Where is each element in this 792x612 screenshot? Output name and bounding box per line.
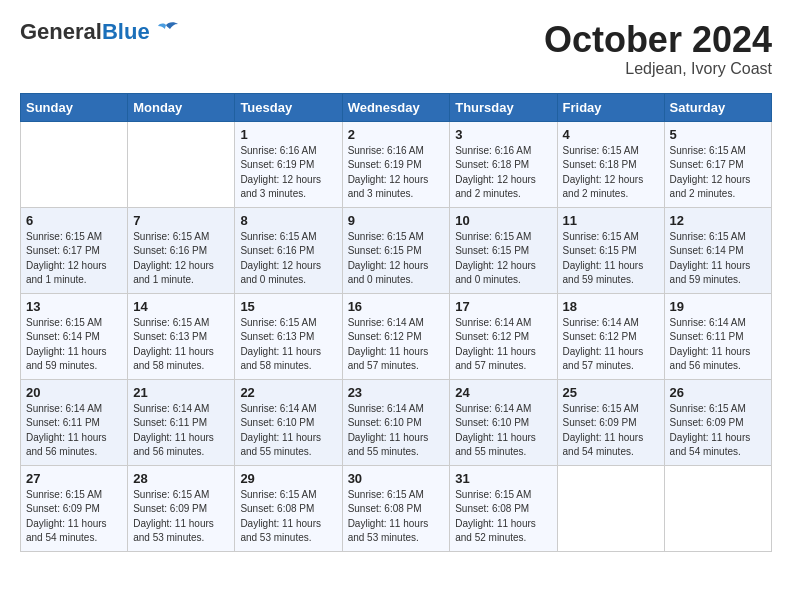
calendar-day-cell (664, 465, 771, 551)
calendar-day-cell: 31Sunrise: 6:15 AM Sunset: 6:08 PM Dayli… (450, 465, 557, 551)
calendar-header-row: SundayMondayTuesdayWednesdayThursdayFrid… (21, 93, 772, 121)
calendar-day-cell: 8Sunrise: 6:15 AM Sunset: 6:16 PM Daylig… (235, 207, 342, 293)
calendar-day-cell: 15Sunrise: 6:15 AM Sunset: 6:13 PM Dayli… (235, 293, 342, 379)
calendar-day-cell: 2Sunrise: 6:16 AM Sunset: 6:19 PM Daylig… (342, 121, 450, 207)
calendar-day-cell: 28Sunrise: 6:15 AM Sunset: 6:09 PM Dayli… (128, 465, 235, 551)
calendar-week-row: 13Sunrise: 6:15 AM Sunset: 6:14 PM Dayli… (21, 293, 772, 379)
calendar-day-cell: 27Sunrise: 6:15 AM Sunset: 6:09 PM Dayli… (21, 465, 128, 551)
calendar-day-cell: 7Sunrise: 6:15 AM Sunset: 6:16 PM Daylig… (128, 207, 235, 293)
calendar-header-cell: Wednesday (342, 93, 450, 121)
day-number: 19 (670, 299, 766, 314)
day-info: Sunrise: 6:15 AM Sunset: 6:13 PM Dayligh… (240, 316, 336, 374)
calendar-day-cell: 5Sunrise: 6:15 AM Sunset: 6:17 PM Daylig… (664, 121, 771, 207)
calendar-title: October 2024 (544, 20, 772, 60)
day-number: 11 (563, 213, 659, 228)
day-info: Sunrise: 6:15 AM Sunset: 6:09 PM Dayligh… (563, 402, 659, 460)
day-number: 3 (455, 127, 551, 142)
day-info: Sunrise: 6:16 AM Sunset: 6:19 PM Dayligh… (240, 144, 336, 202)
day-number: 1 (240, 127, 336, 142)
day-info: Sunrise: 6:14 AM Sunset: 6:11 PM Dayligh… (26, 402, 122, 460)
calendar-day-cell: 29Sunrise: 6:15 AM Sunset: 6:08 PM Dayli… (235, 465, 342, 551)
logo-bird-icon (152, 21, 180, 43)
day-info: Sunrise: 6:14 AM Sunset: 6:10 PM Dayligh… (240, 402, 336, 460)
day-info: Sunrise: 6:14 AM Sunset: 6:11 PM Dayligh… (133, 402, 229, 460)
page-header: GeneralBlue October 2024 Ledjean, Ivory … (20, 20, 772, 78)
calendar-day-cell: 11Sunrise: 6:15 AM Sunset: 6:15 PM Dayli… (557, 207, 664, 293)
calendar-day-cell: 23Sunrise: 6:14 AM Sunset: 6:10 PM Dayli… (342, 379, 450, 465)
day-number: 8 (240, 213, 336, 228)
calendar-day-cell: 4Sunrise: 6:15 AM Sunset: 6:18 PM Daylig… (557, 121, 664, 207)
calendar-week-row: 1Sunrise: 6:16 AM Sunset: 6:19 PM Daylig… (21, 121, 772, 207)
day-number: 15 (240, 299, 336, 314)
calendar-day-cell: 21Sunrise: 6:14 AM Sunset: 6:11 PM Dayli… (128, 379, 235, 465)
day-info: Sunrise: 6:15 AM Sunset: 6:15 PM Dayligh… (348, 230, 445, 288)
day-info: Sunrise: 6:15 AM Sunset: 6:16 PM Dayligh… (240, 230, 336, 288)
calendar-day-cell: 24Sunrise: 6:14 AM Sunset: 6:10 PM Dayli… (450, 379, 557, 465)
day-number: 23 (348, 385, 445, 400)
day-info: Sunrise: 6:15 AM Sunset: 6:08 PM Dayligh… (348, 488, 445, 546)
calendar-day-cell: 3Sunrise: 6:16 AM Sunset: 6:18 PM Daylig… (450, 121, 557, 207)
day-info: Sunrise: 6:15 AM Sunset: 6:17 PM Dayligh… (26, 230, 122, 288)
calendar-day-cell: 17Sunrise: 6:14 AM Sunset: 6:12 PM Dayli… (450, 293, 557, 379)
title-block: October 2024 Ledjean, Ivory Coast (544, 20, 772, 78)
day-number: 21 (133, 385, 229, 400)
calendar-day-cell (128, 121, 235, 207)
day-info: Sunrise: 6:15 AM Sunset: 6:14 PM Dayligh… (26, 316, 122, 374)
calendar-day-cell: 10Sunrise: 6:15 AM Sunset: 6:15 PM Dayli… (450, 207, 557, 293)
day-number: 7 (133, 213, 229, 228)
day-number: 14 (133, 299, 229, 314)
day-info: Sunrise: 6:15 AM Sunset: 6:13 PM Dayligh… (133, 316, 229, 374)
day-number: 10 (455, 213, 551, 228)
day-number: 18 (563, 299, 659, 314)
day-number: 17 (455, 299, 551, 314)
calendar-day-cell: 12Sunrise: 6:15 AM Sunset: 6:14 PM Dayli… (664, 207, 771, 293)
calendar-week-row: 27Sunrise: 6:15 AM Sunset: 6:09 PM Dayli… (21, 465, 772, 551)
calendar-day-cell: 26Sunrise: 6:15 AM Sunset: 6:09 PM Dayli… (664, 379, 771, 465)
calendar-header-cell: Friday (557, 93, 664, 121)
day-number: 28 (133, 471, 229, 486)
day-number: 16 (348, 299, 445, 314)
calendar-day-cell (557, 465, 664, 551)
day-number: 5 (670, 127, 766, 142)
calendar-week-row: 6Sunrise: 6:15 AM Sunset: 6:17 PM Daylig… (21, 207, 772, 293)
day-info: Sunrise: 6:14 AM Sunset: 6:10 PM Dayligh… (348, 402, 445, 460)
day-number: 24 (455, 385, 551, 400)
day-info: Sunrise: 6:15 AM Sunset: 6:16 PM Dayligh… (133, 230, 229, 288)
calendar-week-row: 20Sunrise: 6:14 AM Sunset: 6:11 PM Dayli… (21, 379, 772, 465)
day-info: Sunrise: 6:16 AM Sunset: 6:19 PM Dayligh… (348, 144, 445, 202)
calendar-day-cell: 6Sunrise: 6:15 AM Sunset: 6:17 PM Daylig… (21, 207, 128, 293)
day-number: 30 (348, 471, 445, 486)
calendar-day-cell: 14Sunrise: 6:15 AM Sunset: 6:13 PM Dayli… (128, 293, 235, 379)
logo: GeneralBlue (20, 20, 180, 44)
calendar-day-cell (21, 121, 128, 207)
logo-text: GeneralBlue (20, 20, 150, 44)
calendar-day-cell: 20Sunrise: 6:14 AM Sunset: 6:11 PM Dayli… (21, 379, 128, 465)
calendar-day-cell: 30Sunrise: 6:15 AM Sunset: 6:08 PM Dayli… (342, 465, 450, 551)
day-info: Sunrise: 6:14 AM Sunset: 6:12 PM Dayligh… (455, 316, 551, 374)
day-info: Sunrise: 6:15 AM Sunset: 6:08 PM Dayligh… (455, 488, 551, 546)
day-info: Sunrise: 6:15 AM Sunset: 6:15 PM Dayligh… (455, 230, 551, 288)
day-number: 27 (26, 471, 122, 486)
day-info: Sunrise: 6:15 AM Sunset: 6:09 PM Dayligh… (133, 488, 229, 546)
calendar-header-cell: Monday (128, 93, 235, 121)
day-info: Sunrise: 6:14 AM Sunset: 6:10 PM Dayligh… (455, 402, 551, 460)
day-number: 12 (670, 213, 766, 228)
day-info: Sunrise: 6:15 AM Sunset: 6:15 PM Dayligh… (563, 230, 659, 288)
calendar-day-cell: 19Sunrise: 6:14 AM Sunset: 6:11 PM Dayli… (664, 293, 771, 379)
calendar-subtitle: Ledjean, Ivory Coast (544, 60, 772, 78)
day-info: Sunrise: 6:16 AM Sunset: 6:18 PM Dayligh… (455, 144, 551, 202)
day-number: 9 (348, 213, 445, 228)
day-info: Sunrise: 6:15 AM Sunset: 6:18 PM Dayligh… (563, 144, 659, 202)
calendar-day-cell: 1Sunrise: 6:16 AM Sunset: 6:19 PM Daylig… (235, 121, 342, 207)
day-info: Sunrise: 6:15 AM Sunset: 6:08 PM Dayligh… (240, 488, 336, 546)
day-number: 25 (563, 385, 659, 400)
calendar-day-cell: 25Sunrise: 6:15 AM Sunset: 6:09 PM Dayli… (557, 379, 664, 465)
day-number: 2 (348, 127, 445, 142)
day-number: 29 (240, 471, 336, 486)
calendar-day-cell: 16Sunrise: 6:14 AM Sunset: 6:12 PM Dayli… (342, 293, 450, 379)
day-info: Sunrise: 6:14 AM Sunset: 6:12 PM Dayligh… (563, 316, 659, 374)
day-info: Sunrise: 6:15 AM Sunset: 6:09 PM Dayligh… (26, 488, 122, 546)
day-info: Sunrise: 6:14 AM Sunset: 6:11 PM Dayligh… (670, 316, 766, 374)
calendar-header-cell: Tuesday (235, 93, 342, 121)
day-number: 6 (26, 213, 122, 228)
